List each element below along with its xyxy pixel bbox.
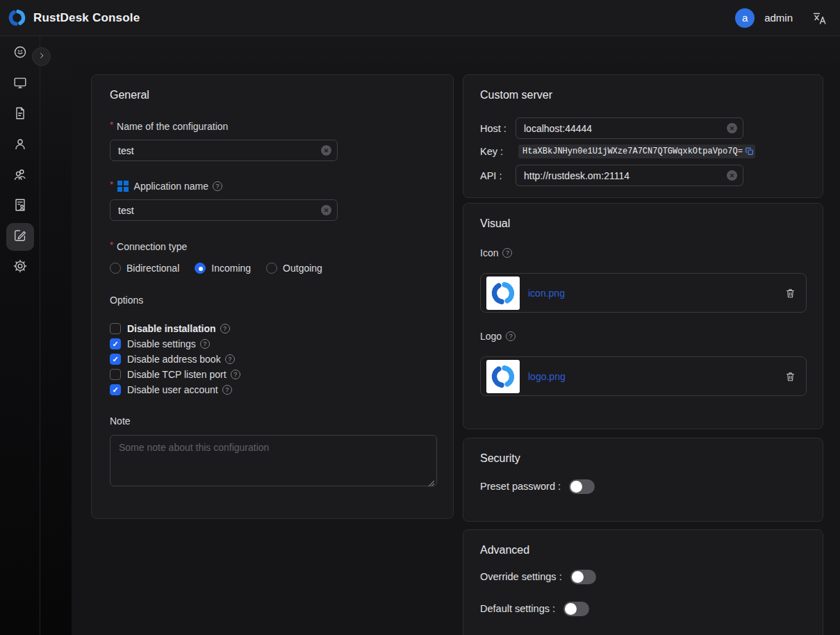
preset-password-toggle[interactable] [569, 479, 595, 494]
advanced-card: Advanced Override settings : Default set… [463, 529, 823, 635]
help-icon[interactable]: ? [220, 324, 230, 333]
trash-icon[interactable] [784, 287, 796, 299]
override-settings-label: Override settings : [480, 571, 562, 582]
required-asterisk: * [110, 118, 113, 132]
username[interactable]: admin [764, 12, 793, 24]
logo-thumbnail [486, 360, 520, 393]
checkbox-disable-tcp-listen-port[interactable]: Disable TCP listen port ? [110, 367, 435, 382]
checkbox-disable-user-account[interactable]: Disable user account ? [110, 382, 435, 397]
application-name-field: ✕ [110, 199, 338, 221]
audit-log-icon [13, 197, 28, 215]
icon-label: Icon ? [480, 246, 806, 260]
sidebar-collapse-button[interactable] [32, 47, 51, 66]
config-name-input[interactable] [110, 140, 338, 161]
document-icon [13, 106, 28, 124]
chevron-right-icon [37, 51, 47, 63]
override-settings-row: Override settings : [480, 569, 806, 584]
edit-icon [13, 228, 28, 246]
checkbox-disable-installation[interactable]: Disable installation ? [110, 321, 435, 336]
avatar-initial: a [742, 12, 748, 24]
logo-label: Logo ? [480, 329, 806, 343]
users-icon [13, 167, 28, 185]
windows-logo-icon [117, 181, 129, 192]
key-row: Key : HtaXBkJNHyn0e1U1jWXze7A7CN7QTGWqxk… [480, 145, 806, 158]
default-settings-toggle[interactable] [563, 602, 589, 616]
radio-selected-icon [195, 263, 206, 274]
help-icon[interactable]: ? [213, 181, 222, 191]
custom-server-title: Custom server [480, 88, 806, 103]
checkbox-disable-address-book[interactable]: Disable address book ? [110, 352, 435, 367]
clear-icon[interactable]: ✕ [321, 205, 331, 215]
main-panel: General * Name of the configuration ✕ * … [72, 63, 840, 635]
checkbox-checked-icon [110, 338, 121, 349]
key-label: Key : [480, 146, 516, 157]
help-icon[interactable]: ? [222, 385, 232, 395]
config-name-label: * Name of the configuration [110, 119, 435, 133]
host-row: Host : ✕ [480, 117, 806, 139]
connection-type-label: * Connection type [110, 240, 435, 254]
application-name-label: * Application name ? [110, 179, 435, 194]
required-asterisk: * [110, 238, 113, 252]
host-input[interactable] [516, 117, 743, 139]
copy-icon[interactable] [745, 147, 755, 156]
advanced-title: Advanced [480, 543, 806, 558]
default-settings-row: Default settings : [480, 601, 806, 616]
general-card: General * Name of the configuration ✕ * … [91, 74, 454, 519]
note-textarea[interactable] [110, 435, 437, 486]
sidebar-item-dashboard[interactable] [6, 40, 34, 67]
logo-file-link[interactable]: logo.png [528, 371, 566, 382]
sidebar-item-custom-clients[interactable] [6, 223, 34, 251]
sidebar-item-groups[interactable] [6, 162, 34, 190]
help-icon[interactable]: ? [200, 339, 210, 349]
api-row: API : ✕ [480, 165, 806, 186]
clear-icon[interactable]: ✕ [727, 123, 737, 133]
clear-icon[interactable]: ✕ [727, 170, 737, 181]
app-title: RustDesk Console [33, 11, 140, 25]
radio-incoming[interactable]: Incoming [195, 263, 251, 274]
sidebar [0, 36, 40, 635]
icon-file-row: icon.png [480, 273, 807, 313]
sidebar-item-users[interactable] [6, 131, 34, 159]
options-list: Disable installation ? Disable settings … [110, 321, 435, 397]
sidebar-item-settings[interactable] [6, 254, 34, 281]
logo-file-row: logo.png [480, 356, 807, 396]
preset-password-label: Preset password : [480, 481, 561, 492]
host-label: Host : [480, 123, 516, 134]
help-icon[interactable]: ? [231, 370, 240, 379]
translate-icon[interactable] [811, 10, 827, 26]
api-input[interactable] [516, 165, 743, 186]
custom-server-card: Custom server Host : ✕ Key : HtaXBkJNHyn… [463, 74, 823, 198]
config-name-field: ✕ [110, 140, 338, 161]
brand: RustDesk Console [7, 8, 140, 28]
rustdesk-console-app: RustDesk Console a admin [0, 0, 840, 635]
checkbox-icon [110, 369, 121, 380]
host-field: ✕ [516, 117, 743, 139]
preset-password-row: Preset password : [480, 479, 806, 494]
security-card: Security Preset password : [463, 438, 823, 522]
trash-icon[interactable] [784, 370, 796, 383]
help-icon[interactable]: ? [225, 354, 235, 364]
application-name-input[interactable] [110, 199, 338, 221]
visual-title: Visual [480, 216, 806, 231]
checkbox-disable-settings[interactable]: Disable settings ? [110, 336, 435, 352]
sidebar-item-devices[interactable] [6, 70, 34, 98]
icon-file-link[interactable]: icon.png [528, 288, 565, 299]
avatar[interactable]: a [735, 8, 755, 28]
sidebar-item-address-books[interactable] [6, 192, 34, 220]
help-icon[interactable]: ? [502, 248, 512, 258]
radio-icon [266, 263, 277, 274]
help-icon[interactable]: ? [506, 331, 516, 341]
options-label: Options [110, 293, 435, 307]
settings-icon [13, 258, 28, 277]
radio-icon [110, 263, 121, 274]
radio-bidirectional[interactable]: Bidirectional [110, 263, 179, 274]
radio-outgoing[interactable]: Outgoing [266, 263, 322, 274]
icon-thumbnail [486, 277, 520, 310]
checkbox-icon [110, 323, 121, 334]
visual-card: Visual Icon ? icon.png [463, 203, 823, 429]
override-settings-toggle[interactable] [570, 570, 596, 584]
connection-type-group: Bidirectional Incoming Outgoing [110, 263, 435, 274]
clear-icon[interactable]: ✕ [321, 145, 331, 156]
note-label: Note [110, 414, 435, 428]
sidebar-item-logs[interactable] [6, 101, 34, 129]
